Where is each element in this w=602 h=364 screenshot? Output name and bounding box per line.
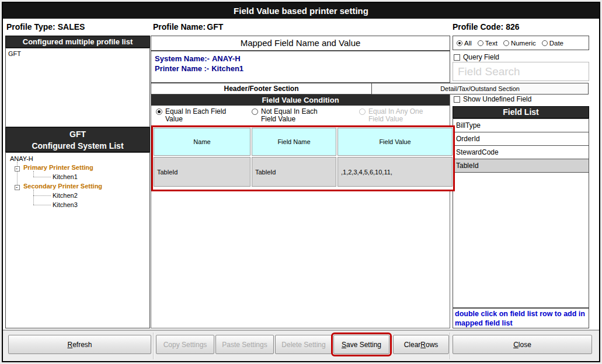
grid-cell-field-name[interactable]: TableId [252,157,336,187]
grid-header-field-name: Field Name [252,128,336,156]
filter-label: Text [485,40,497,47]
profile-code-label: Profile Code: [453,22,503,32]
button-label-part: ows [426,341,438,349]
profile-type-value: SALES [58,22,85,32]
footer-bar: Refresh Copy Settings Paste Settings Del… [3,330,599,361]
system-list-subtitle: Configured System List [6,140,149,152]
paste-settings-button[interactable]: Paste Settings [215,335,274,354]
field-list-header: Field List [453,106,589,118]
profile-list: GFT [5,48,150,127]
tree-connector [33,171,34,177]
tree-connector [33,177,51,177]
system-printer-info: System Name:-ANAY-H Printer Name :-Kitch… [151,51,450,83]
condition-not-equal-each[interactable]: Not Equal In Each Field Value [252,108,335,123]
profile-name: Profile Name:GFT [153,22,223,32]
button-label-part: C [513,341,519,349]
system-list-header: GFT Configured System List [5,127,150,152]
delete-setting-button[interactable]: Delete Setting [275,335,332,354]
profile-type: Profile Type:SALES [6,22,85,32]
tab-header-footer-section[interactable]: Header/Footer Section [151,83,372,94]
filter-all[interactable]: All [457,40,472,47]
grid-cell-name[interactable]: TableId [154,157,250,187]
close-button[interactable]: Close [453,335,592,354]
footer-divider [450,332,451,359]
checkbox-icon [454,54,460,61]
checkbox-icon [454,96,460,103]
save-setting-button[interactable]: Save Setting [333,335,389,354]
query-field-checkbox[interactable]: Query Field [454,53,499,61]
condition-label: Equal In Each Field Value [165,108,227,123]
field-list-item-billtype[interactable]: BillType [453,119,589,132]
expand-icon[interactable] [15,185,20,190]
grid-header-field-value: Field Value [337,128,453,156]
field-list-item-tableid[interactable]: TableId [453,159,589,173]
condition-label: Not Equal In Each Field Value [261,108,335,123]
grid-data-row: TableId TableId ,1,2,3,4,5,6,10,11, [154,157,453,187]
button-label-part: Clear [404,341,421,349]
radio-icon [503,40,509,46]
dialog-window: Field Value based printer setting Profil… [2,2,600,362]
grid-header-name: Name [154,128,250,156]
tree-node-kitchen2[interactable]: Kitchen2 [53,192,78,199]
button-label-part: ave Setting [346,341,381,349]
profile-list-item[interactable]: GFT [6,48,149,59]
mapped-field-grid-highlight: Name Field Name Field Value TableId Tabl… [151,125,455,191]
condition-label: Equal In Any One Field Value [368,108,440,123]
grid-header-row: Name Field Name Field Value [154,128,453,156]
system-name-line: System Name:-ANAY-H [155,54,446,64]
tree-connector [33,195,51,196]
field-list-item-orderid[interactable]: OrderId [453,132,589,146]
system-name-label: System Name:- [155,54,210,63]
button-label-part: R [420,341,426,349]
refresh-button[interactable]: Refresh [8,335,151,354]
tree-node-kitchen3[interactable]: Kitchen3 [53,201,78,208]
tree-node-kitchen1[interactable]: Kitchen1 [53,173,78,180]
button-label-part: Paste Settings [222,341,267,349]
profile-name-label: Profile Name: [153,22,206,32]
tab-detail-tax-outstand-section[interactable]: Detail/Tax/Outstand Section [371,83,589,94]
button-label-part: Delete Setting [281,341,325,349]
radio-icon [457,40,462,46]
button-label-part: R [67,341,72,349]
button-label-part: efresh [72,341,92,349]
button-label-part: S [342,341,346,349]
copy-settings-button[interactable]: Copy Settings [156,335,214,354]
show-undefined-label: Show Undefined Field [463,95,531,103]
condition-equal-any-one[interactable]: Equal In Any One Field Value [359,108,440,123]
tree-node-primary-printer[interactable]: Primary Printer Setting [23,164,93,171]
radio-icon [156,108,162,115]
window-title: Field Value based printer setting [3,3,599,19]
tree-node-secondary-printer[interactable]: Secondary Printer Setting [23,183,102,190]
radio-icon [252,108,258,115]
tree-node-root[interactable]: ANAY-H [10,155,33,162]
filter-label: Date [549,40,563,47]
profile-type-label: Profile Type: [6,22,55,32]
radio-icon [478,40,483,46]
expand-icon[interactable] [15,166,20,172]
field-list: BillType OrderId StewardCode TableId [453,118,589,308]
profile-code-value: 826 [506,22,519,32]
printer-name-label: Printer Name :- [155,64,209,73]
grid-cell-field-value[interactable]: ,1,2,3,4,5,6,10,11, [337,157,453,187]
profile-name-value: GFT [207,22,223,32]
radio-icon [542,40,548,46]
tree-connector [33,205,51,205]
condition-equal-each[interactable]: Equal In Each Field Value [156,108,227,123]
printer-name-line: Printer Name :-Kitchen1 [155,64,446,74]
filter-date[interactable]: Date [542,40,563,47]
filter-numeric[interactable]: Numeric [503,40,536,47]
button-label-part: Copy Settings [163,341,207,349]
field-list-item-stewardcode[interactable]: StewardCode [453,146,589,159]
field-search-input[interactable] [453,62,589,81]
printer-name-value: Kitchen1 [211,64,243,73]
clear-rows-button[interactable]: Clear Rows [393,335,449,354]
mapped-field-grid: Name Field Name Field Value TableId Tabl… [154,128,453,189]
profile-list-header: Configured multiple profile list [5,36,150,48]
system-name-value: ANAY-H [212,54,241,63]
field-type-filter: All Text Numeric Date [453,36,589,50]
show-undefined-field-checkbox[interactable]: Show Undefined Field [454,95,531,103]
filter-text[interactable]: Text [478,40,497,47]
tree-connector [33,190,34,205]
filter-label: Numeric [511,40,536,47]
system-list-title: GFT [6,128,149,140]
